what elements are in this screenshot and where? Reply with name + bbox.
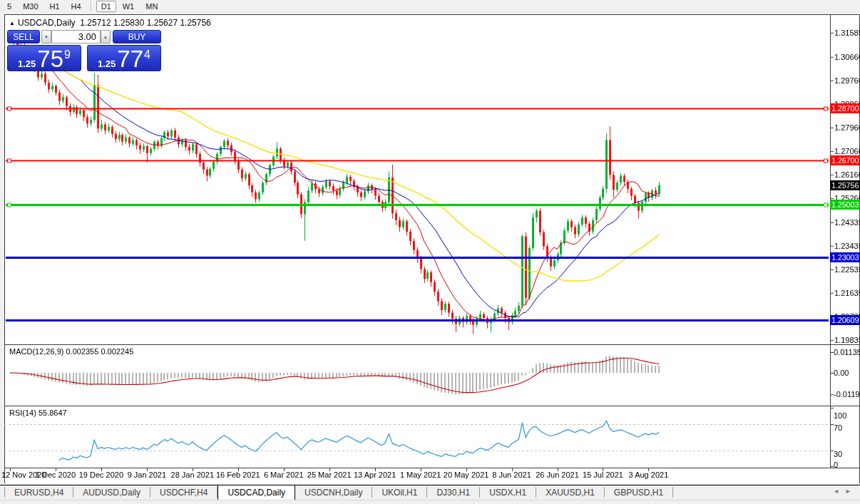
sell-price-prefix: 1.25 <box>18 58 36 69</box>
chart-symbol-label: USDCAD,Daily <box>18 18 76 28</box>
price-axis-tick: 1.19835 <box>834 335 860 345</box>
current-price-tag: 1.25756 <box>830 180 860 190</box>
date-axis-label: 28 Jan 2021 <box>170 470 215 479</box>
symbol-tab-usdchf-h4[interactable]: USDCHF,H4 <box>150 487 217 498</box>
rsi-axis-tick: 0 <box>834 461 860 469</box>
date-axis-label: 16 Feb 2021 <box>215 470 261 479</box>
mt4-window: 5M30H1H4D1W1MN ▲USDCAD,Daily 1.25712 1.2… <box>0 0 860 504</box>
chart-canvas[interactable] <box>4 14 860 483</box>
date-axis-label: 1 May 2021 <box>398 470 444 479</box>
price-level-tag: 1.26700 <box>830 155 860 165</box>
spinner-up-icon: ▲ <box>103 35 108 39</box>
symbol-tab-usdx-h1[interactable]: USDX,H1 <box>480 487 536 498</box>
macd-axis-tick: 0.01135 <box>834 348 860 356</box>
rsi-axis-tick: 70 <box>834 423 860 432</box>
price-axis-tick: 1.27060 <box>834 146 860 156</box>
date-axis-label: 3 Aug 2021 <box>625 470 671 479</box>
symbol-tab-audusd-daily[interactable]: AUDUSD,Daily <box>73 487 150 498</box>
date-axis-label: 13 Apr 2021 <box>352 470 398 479</box>
symbol-tab-ukoil-h1[interactable]: UKOil,H1 <box>372 487 427 498</box>
price-axis-tick: 1.23435 <box>834 241 860 251</box>
timeframe-button-m30[interactable]: M30 <box>18 1 43 12</box>
date-axis-label: 19 Dec 2020 <box>78 470 124 479</box>
symbol-tab-usdcnh-daily[interactable]: USDCNH,Daily <box>295 487 372 498</box>
date-axis-label: 15 Jul 2021 <box>580 470 625 479</box>
volume-input[interactable]: 3.00 <box>51 30 101 43</box>
buy-price-big: 77 <box>117 48 143 69</box>
scroll-left-icon[interactable]: ◄ <box>833 488 845 495</box>
timeframe-button-h1[interactable]: H1 <box>45 1 65 12</box>
timeframe-button-d1[interactable]: D1 <box>96 1 116 12</box>
price-axis-tick: 1.29760 <box>834 76 860 86</box>
date-axis-label: 1 Dec 2020 <box>33 470 78 479</box>
symbol-tab-xauusd-h1[interactable]: XAUUSD,H1 <box>536 487 605 498</box>
sell-button[interactable]: SELL <box>7 30 40 43</box>
price-level-tag: 1.23003 <box>830 252 860 262</box>
symbol-tab-dj30-h1[interactable]: DJ30,H1 <box>427 487 480 498</box>
macd-indicator-label: MACD(12,26,9) 0.002355 0.002245 <box>9 347 133 356</box>
collapse-icon[interactable]: ▲ <box>9 20 15 26</box>
rsi-axis-tick: 100 <box>834 411 860 420</box>
buy-button[interactable]: BUY <box>113 30 161 43</box>
sell-price-pip: 9 <box>64 50 71 60</box>
symbol-tab-usdcad-daily[interactable]: USDCAD,Daily <box>217 485 295 500</box>
date-axis-label: 8 Jun 2021 <box>489 470 535 479</box>
date-axis-label: 9 Jan 2021 <box>124 470 170 479</box>
timeframe-button-5[interactable]: 5 <box>2 1 16 12</box>
chart-title: ▲USDCAD,Daily 1.25712 1.25830 1.25627 1.… <box>9 18 211 28</box>
status-strip <box>0 500 860 504</box>
price-axis-tick: 1.27960 <box>834 123 860 133</box>
spinner-down-icon: ▼ <box>44 35 48 39</box>
symbol-tab-eurusd-h4[interactable]: EURUSD,H4 <box>4 487 73 498</box>
price-axis-tick: 1.21635 <box>834 288 860 298</box>
rsi-indicator-label: RSI(14) 55.8647 <box>9 408 67 417</box>
price-axis-tick: 1.24335 <box>834 217 860 227</box>
price-level-tag: 1.20609 <box>830 315 860 325</box>
macd-axis-tick: -0.01190 <box>834 390 860 398</box>
price-level-tag: 1.28700 <box>830 103 860 113</box>
date-axis-label: 26 Jun 2021 <box>535 470 580 479</box>
timeframe-button-w1[interactable]: W1 <box>118 1 140 12</box>
price-axis-tick: 1.30660 <box>834 52 860 62</box>
price-axis-tick: 1.22535 <box>834 264 860 274</box>
sell-price-button[interactable]: 1.25 75 9 <box>7 45 81 71</box>
one-click-trading-panel: SELL ▼ 3.00 ▲ BUY 1.25 75 9 1.25 77 4 <box>7 30 161 71</box>
date-axis-label: 20 May 2021 <box>444 470 489 479</box>
chart-ohlc-values: 1.25712 1.25830 1.25627 1.25756 <box>80 18 211 28</box>
buy-price-pip: 4 <box>144 50 150 60</box>
symbol-tab-gbpusd-h1[interactable]: GBPUSD,H1 <box>605 487 673 498</box>
timeframe-button-mn[interactable]: MN <box>140 1 163 12</box>
toolbar-separator <box>91 1 92 11</box>
price-level-tag: 1.25003 <box>830 200 860 210</box>
volume-decrease-button[interactable]: ▼ <box>41 30 51 43</box>
price-axis-tick: 1.26160 <box>834 170 860 180</box>
buy-price-button[interactable]: 1.25 77 4 <box>87 45 161 71</box>
tabbar-scroll-arrows: ◄► <box>833 488 857 495</box>
timeframe-toolbar: 5M30H1H4D1W1MN <box>0 0 860 13</box>
sell-price-big: 75 <box>37 48 63 69</box>
timeframe-button-h4[interactable]: H4 <box>66 1 86 12</box>
rsi-axis-tick: 30 <box>834 450 860 458</box>
scroll-right-icon[interactable]: ► <box>845 488 857 495</box>
macd-axis-tick: 0.00 <box>834 369 860 377</box>
buy-price-prefix: 1.25 <box>98 58 116 69</box>
date-axis-label: 6 Mar 2021 <box>261 470 307 479</box>
volume-increase-button[interactable]: ▲ <box>101 30 111 43</box>
date-axis-label: 25 Mar 2021 <box>307 470 352 479</box>
symbol-tabbar: EURUSD,H4AUDUSD,DailyUSDCHF,H4USDCAD,Dai… <box>0 485 860 500</box>
price-axis-tick: 1.31585 <box>834 28 860 38</box>
